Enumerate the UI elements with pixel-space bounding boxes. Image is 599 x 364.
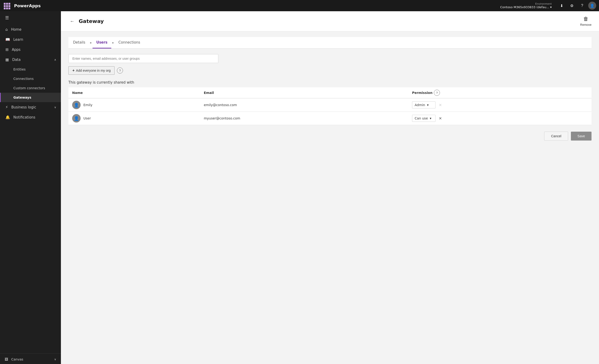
dropdown-chevron-icon: ▾ [430,116,432,120]
user-permission-cell: Can use ▾ ✕ [408,112,591,125]
canvas-icon: 🖼 [5,357,8,361]
main-layout: ☰ ⌂ Home 📖 Learn ⊞ Apps ▦ Data ∧ Entitie… [0,11,599,364]
avatar-icon: 👤 [590,3,595,8]
business-expand-icon: ∨ [54,106,56,109]
sidebar-item-data[interactable]: ▦ Data ∧ [0,54,61,65]
person-icon: 👤 [74,103,79,107]
sidebar-divider [0,354,61,354]
save-button[interactable]: Save [571,132,591,141]
add-everyone-help-button[interactable]: ? [117,67,123,73]
sidebar-item-label: Learn [13,37,23,42]
col-header-permission: Permission ? [408,87,591,98]
apps-icon: ⊞ [5,47,9,52]
user-avatar-user: 👤 [72,114,80,123]
data-icon: ▦ [5,57,9,62]
tab-connections[interactable]: Connections [115,37,144,48]
sidebar-item-connections[interactable]: Connections [0,74,61,83]
sidebar: ☰ ⌂ Home 📖 Learn ⊞ Apps ▦ Data ∧ Entitie… [0,11,61,364]
permission-dropdown-emily[interactable]: Admin ▾ [412,101,435,108]
plus-icon: + [72,68,74,73]
env-label: Environment [535,2,552,5]
content-area: ← Gateway 🗑 Remove Details ● Users ● [61,11,599,364]
settings-button[interactable]: ⚙ [568,1,576,10]
learn-icon: 📖 [5,37,10,42]
trash-icon: 🗑 [583,16,589,22]
user-search-input[interactable] [68,54,218,63]
col-header-name: Name [68,87,200,98]
sidebar-item-notifications[interactable]: 🔔 Notifications [0,112,61,122]
home-icon: ⌂ [5,27,8,32]
sidebar-item-business-logic[interactable]: ⚡ Business logic ∨ [0,102,61,112]
sidebar-item-label: Data [12,58,21,62]
sidebar-item-apps[interactable]: ⊞ Apps [0,44,61,54]
tab-dot-1: ● [90,42,92,44]
help-button[interactable]: ? [578,1,586,10]
sidebar-item-canvas[interactable]: 🖼 Canvas ∨ [0,355,61,364]
remove-user-emily-button[interactable]: ✕ [437,102,443,108]
add-everyone-label: Add everyone in my org [76,69,111,72]
sidebar-item-label: Custom connectors [13,86,45,90]
user-name: Emily [83,103,93,107]
sidebar-item-label: Business logic [11,105,36,109]
topbar: PowerApps Environment Contoso M365x93383… [0,0,599,11]
download-button[interactable]: ⬇ [557,1,566,10]
business-logic-icon: ⚡ [5,105,8,109]
remove-user-button[interactable]: ✕ [437,116,443,121]
page-title: Gateway [79,18,104,24]
environment-selector[interactable]: Environment Contoso M365x933833 (defau..… [500,2,552,9]
sidebar-item-label: Notifications [13,115,35,119]
shared-with-label: This gateway is currently shared with [68,80,591,85]
user-avatar[interactable]: 👤 [588,2,596,9]
col-header-email: Email [200,87,408,98]
sidebar-item-entities[interactable]: Entities [0,65,61,74]
add-everyone-button[interactable]: + Add everyone in my org [68,66,115,75]
page-header-left: ← Gateway [68,18,104,25]
permission-help-button[interactable]: ? [434,90,440,96]
users-table: Name Email Permission ? [68,87,591,125]
tab-dot-2: ● [112,42,114,44]
sidebar-toggle-button[interactable]: ☰ [2,13,12,22]
table-row: 👤 User myuser@contoso.com Can use [68,112,591,125]
sidebar-item-custom-connectors[interactable]: Custom connectors [0,83,61,93]
user-email-cell: emily@contoso.com [200,98,408,112]
sidebar-item-gateways[interactable]: Gateways [0,93,61,102]
env-value: Contoso M365x933833 (defau... ▾ [500,5,552,9]
remove-label: Remove [580,23,591,27]
sidebar-item-label: Entities [13,67,26,71]
person-icon: 👤 [74,116,79,121]
sidebar-item-label: Connections [13,77,34,80]
user-avatar-emily: 👤 [72,101,80,109]
tab-bar: Details ● Users ● Connections [68,37,591,48]
sidebar-item-label: Gateways [13,96,31,99]
topbar-icons: ⬇ ⚙ ? 👤 [557,1,596,10]
dropdown-chevron-icon: ▾ [427,103,429,107]
tab-details[interactable]: Details [69,37,89,48]
page-body: Details ● Users ● Connections + Add ever… [61,31,599,364]
canvas-expand-icon: ∨ [54,358,56,361]
add-everyone-row: + Add everyone in my org ? [68,66,591,75]
sidebar-item-label: Apps [12,48,20,52]
canvas-label: Canvas [11,357,23,361]
tab-users[interactable]: Users [93,37,111,48]
user-permission-cell: Admin ▾ ✕ [408,98,591,112]
app-logo: PowerApps [14,3,41,8]
back-button[interactable]: ← [68,18,76,25]
notifications-icon: 🔔 [5,115,10,119]
user-name-cell: 👤 User [68,112,200,125]
sidebar-item-home[interactable]: ⌂ Home [0,24,61,35]
permission-dropdown-user[interactable]: Can use ▾ [412,115,435,122]
sidebar-item-learn[interactable]: 📖 Learn [0,35,61,44]
remove-button[interactable]: 🗑 Remove [580,16,591,27]
waffle-menu[interactable] [3,2,10,9]
env-chevron-icon: ▾ [550,5,552,9]
user-name-cell: 👤 Emily [68,98,200,112]
data-expand-icon: ∧ [54,58,56,61]
action-buttons: Cancel Save [68,132,591,141]
table-row: 👤 Emily emily@contoso.com Admin [68,98,591,112]
sidebar-item-label: Home [11,27,21,32]
user-email-cell: myuser@contoso.com [200,112,408,125]
user-name: User [83,116,91,120]
page-header: ← Gateway 🗑 Remove [61,11,599,31]
cancel-button[interactable]: Cancel [544,132,568,141]
